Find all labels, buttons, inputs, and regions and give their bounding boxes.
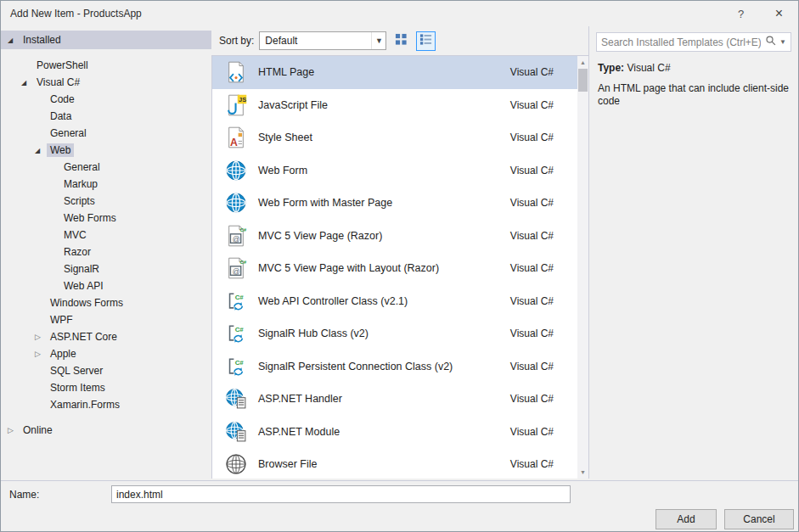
tree-item-asp-net-core[interactable]: ▷ ASP.NET Core bbox=[1, 328, 211, 345]
template-item-web-form[interactable]: Web Form Visual C# bbox=[212, 154, 577, 188]
tree-item-storm-items[interactable]: Storm Items bbox=[1, 379, 211, 396]
template-item-browser-file[interactable]: Browser File Visual C# bbox=[212, 448, 577, 479]
svg-text:C#: C# bbox=[235, 294, 245, 301]
template-language: Visual C# bbox=[510, 132, 554, 143]
tree-item-sql-server[interactable]: SQL Server bbox=[1, 362, 211, 379]
template-item-web-form-with-master-page[interactable]: Web Form with Master Page Visual C# bbox=[212, 187, 577, 220]
list-view-button[interactable] bbox=[416, 31, 436, 51]
tree-item-label: Apple bbox=[47, 347, 80, 361]
template-name: JavaScript File bbox=[258, 99, 510, 111]
tree-item-signalr[interactable]: SignalR bbox=[1, 260, 211, 277]
template-item-signalr-hub-class-v2[interactable]: C# SignalR Hub Class (v2) Visual C# bbox=[212, 317, 577, 350]
template-language: Visual C# bbox=[510, 295, 554, 307]
search-icon[interactable] bbox=[765, 35, 777, 50]
template-list-scrollbar[interactable]: ▲ ▼ bbox=[577, 56, 588, 479]
tree-item-data[interactable]: Data bbox=[1, 108, 211, 125]
svg-text:C#: C# bbox=[235, 359, 245, 367]
template-language: Visual C# bbox=[510, 262, 554, 274]
sort-by-label: Sort by: bbox=[219, 35, 254, 47]
template-item-style-sheet[interactable]: A Style Sheet Visual C# bbox=[212, 121, 577, 154]
tree-item-scripts[interactable]: Scripts bbox=[1, 193, 211, 210]
template-language: Visual C# bbox=[510, 99, 554, 111]
tree-item-label: Web bbox=[47, 143, 74, 157]
template-name: ASP.NET Handler bbox=[258, 393, 510, 405]
template-item-asp-net-module[interactable]: ASP.NET Module Visual C# bbox=[212, 416, 577, 449]
template-language: Visual C# bbox=[510, 426, 554, 438]
tree-item-label: Web API bbox=[60, 279, 106, 293]
expander-icon[interactable]: ◢ bbox=[8, 36, 20, 44]
add-new-item-dialog: Add New Item - ProductsApp ? × ◢ Install… bbox=[0, 0, 799, 532]
sort-by-dropdown[interactable]: Default ▼ bbox=[259, 31, 386, 50]
template-language: Visual C# bbox=[510, 458, 554, 470]
template-name: Web API Controller Class (v2.1) bbox=[258, 295, 510, 307]
tree-item-label: General bbox=[60, 160, 104, 174]
template-name: SignalR Hub Class (v2) bbox=[258, 328, 510, 339]
html-page-icon bbox=[223, 59, 249, 85]
expander-icon[interactable]: ◢ bbox=[21, 79, 33, 87]
template-language: Visual C# bbox=[510, 393, 554, 405]
expander-icon[interactable]: ▷ bbox=[8, 426, 20, 434]
name-input[interactable] bbox=[111, 485, 571, 503]
template-item-mvc-5-view-page-razor[interactable]: @C# MVC 5 View Page (Razor) Visual C# bbox=[212, 220, 577, 253]
tree-item-label: Xamarin.Forms bbox=[47, 398, 123, 412]
tree-item-label: Markup bbox=[60, 177, 101, 191]
cancel-button[interactable]: Cancel bbox=[724, 509, 794, 529]
tree-item-general[interactable]: General bbox=[1, 125, 211, 142]
small-icons-view-button[interactable] bbox=[391, 31, 411, 51]
template-language: Visual C# bbox=[510, 230, 554, 242]
scrollbar-thumb[interactable] bbox=[578, 69, 588, 92]
tree-item-web-forms[interactable]: Web Forms bbox=[1, 210, 211, 227]
svg-text:A: A bbox=[230, 137, 238, 148]
tree-item-apple[interactable]: ▷ Apple bbox=[1, 345, 211, 362]
tree-item-label: Razor bbox=[60, 245, 94, 259]
template-item-asp-net-handler[interactable]: ASP.NET Handler Visual C# bbox=[212, 383, 577, 416]
template-language: Visual C# bbox=[510, 328, 554, 339]
expander-icon[interactable]: ▷ bbox=[35, 350, 47, 358]
template-name: Web Form with Master Page bbox=[258, 197, 510, 209]
tree-item-markup[interactable]: Markup bbox=[1, 176, 211, 193]
template-language: Visual C# bbox=[510, 165, 554, 176]
tree-item-label: SQL Server bbox=[47, 364, 106, 378]
template-item-html-page[interactable]: HTML Page Visual C# bbox=[212, 56, 577, 89]
tree-item-installed[interactable]: ◢ Installed bbox=[1, 31, 211, 49]
name-label: Name: bbox=[9, 489, 39, 501]
search-chevron-down-icon[interactable]: ▼ bbox=[779, 38, 786, 46]
expander-icon[interactable]: ◢ bbox=[35, 147, 47, 154]
tree-item-windows-forms[interactable]: Windows Forms bbox=[1, 294, 211, 311]
template-item-web-api-controller-class-v2-1[interactable]: C# Web API Controller Class (v2.1) Visua… bbox=[212, 285, 577, 318]
tree-item-online[interactable]: ▷ Online bbox=[1, 422, 211, 439]
svg-text:JS: JS bbox=[239, 96, 246, 104]
web-form-icon bbox=[223, 158, 249, 183]
tree-item-label: Scripts bbox=[60, 194, 98, 208]
help-button[interactable]: ? bbox=[722, 2, 760, 26]
template-item-signalr-persistent-connection-class-v2[interactable]: C# SignalR Persistent Connection Class (… bbox=[212, 350, 577, 384]
tree-item-powershell[interactable]: PowerShell bbox=[1, 57, 211, 74]
expander-icon[interactable]: ▷ bbox=[35, 333, 47, 341]
tree-item-wpf[interactable]: WPF bbox=[1, 311, 211, 328]
tree-item-web[interactable]: ◢ Web bbox=[1, 142, 211, 159]
type-label: Type: bbox=[598, 62, 624, 74]
tree-item-label: PowerShell bbox=[33, 59, 92, 72]
tree-item-general[interactable]: General bbox=[1, 159, 211, 176]
template-item-javascript-file[interactable]: JS JavaScript File Visual C# bbox=[212, 89, 577, 122]
tree-item-web-api[interactable]: Web API bbox=[1, 277, 211, 294]
tree-item-xamarin-forms[interactable]: Xamarin.Forms bbox=[1, 396, 211, 413]
mvc-view-icon: @C# bbox=[223, 255, 249, 281]
template-name: Browser File bbox=[258, 458, 510, 470]
tree-item-label: ASP.NET Core bbox=[47, 330, 121, 344]
sort-by-value: Default bbox=[260, 35, 371, 47]
scroll-up-icon[interactable]: ▲ bbox=[577, 57, 588, 68]
tree-item-visual-c[interactable]: ◢ Visual C# bbox=[1, 74, 211, 91]
dialog-buttons: Add Cancel bbox=[656, 509, 794, 529]
template-item-mvc-5-view-page-with-layout-razor[interactable]: @C# MVC 5 View Page with Layout (Razor) … bbox=[212, 252, 577, 285]
scroll-down-icon[interactable]: ▼ bbox=[577, 467, 588, 478]
mvc-view-icon: @C# bbox=[223, 223, 249, 249]
add-button[interactable]: Add bbox=[656, 509, 717, 529]
tree-item-code[interactable]: Code bbox=[1, 91, 211, 108]
close-button[interactable]: × bbox=[760, 2, 798, 26]
search-input[interactable] bbox=[597, 36, 765, 48]
template-language: Visual C# bbox=[510, 66, 554, 78]
tree-item-mvc[interactable]: MVC bbox=[1, 227, 211, 244]
tree-item-razor[interactable]: Razor bbox=[1, 244, 211, 260]
template-description: An HTML page that can include client-sid… bbox=[598, 82, 790, 108]
